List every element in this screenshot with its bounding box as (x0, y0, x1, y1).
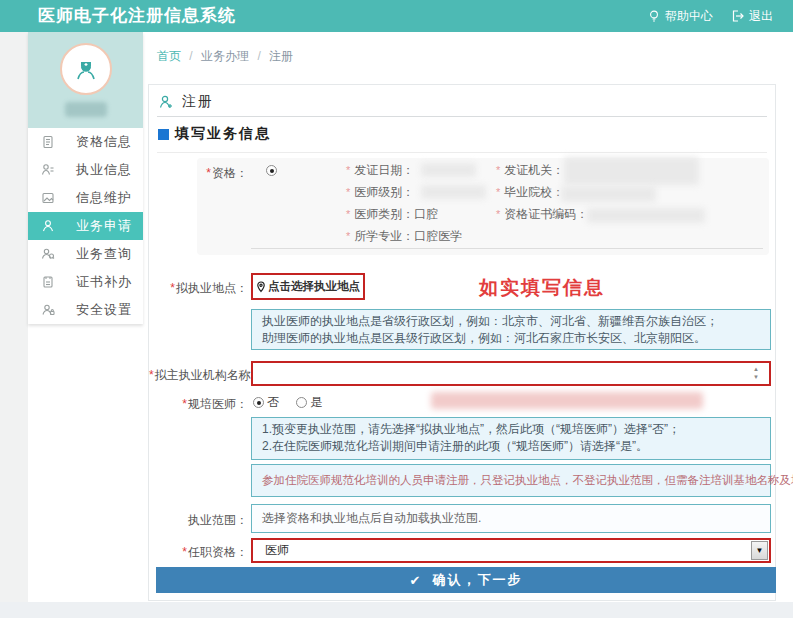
person-plus-icon (158, 94, 174, 110)
select-practice-location-label: 点击选择执业地点 (268, 279, 360, 294)
confirm-next-label: 确认，下一步 (432, 571, 522, 589)
sidebar-item-security-settings[interactable]: 安全设置 (28, 296, 143, 324)
breadcrumb-separator: / (189, 49, 192, 63)
note-line: 助理医师的执业地点是区县级行政区划，例如：河北石家庄市长安区、北京朝阳区。 (262, 330, 760, 347)
title-qualification-select[interactable]: 医师 ▼ (251, 538, 771, 563)
breadcrumb-separator: / (257, 49, 260, 63)
logout-button[interactable]: 退出 (725, 8, 779, 25)
app-title: 医师电子化注册信息系统 (38, 0, 236, 32)
page-title: 注册 (182, 93, 214, 111)
sidebar-item-label: 信息维护 (76, 189, 132, 207)
person-list-icon (41, 163, 55, 177)
radio-checked-icon (253, 397, 264, 408)
sidebar-item-label: 业务申请 (76, 217, 132, 235)
content-card: 注册 填写业务信息 *资格： *发证日期： *医师级别： *医师类别：口腔 *所… (148, 84, 776, 601)
sidebar-item-label: 安全设置 (76, 301, 132, 319)
trainee-radio-group: 否 是 (253, 394, 336, 411)
select-practice-location-button[interactable]: 点击选择执业地点 (251, 273, 365, 300)
redacted-value (421, 185, 486, 199)
divider (157, 152, 767, 153)
person-lock-icon (41, 303, 55, 317)
sidebar-item-practice-info[interactable]: 执业信息 (28, 156, 143, 184)
practice-location-label: *拟执业地点： (149, 280, 248, 297)
title-qualification-label: *任职资格： (149, 544, 248, 561)
spinner-arrows-icon: ▲▼ (753, 365, 759, 381)
image-icon (41, 191, 55, 205)
breadcrumb-home[interactable]: 首页 (157, 49, 181, 63)
breadcrumb-current: 注册 (269, 49, 293, 63)
sidebar-item-certificate-reissue[interactable]: 证书补办 (28, 268, 143, 296)
breadcrumb-business[interactable]: 业务办理 (201, 49, 249, 63)
org-name-label: *拟主执业机构名称： (149, 367, 248, 384)
dropdown-arrow-icon[interactable]: ▼ (751, 541, 768, 560)
sidebar-item-label: 证书补办 (76, 273, 132, 291)
title-qualification-value: 医师 (253, 542, 289, 559)
radio-icon (296, 397, 307, 408)
page-title-row: 注册 (158, 93, 214, 111)
user-panel (28, 32, 143, 128)
scope-field: 选择资格和执业地点后自动加载执业范围. (251, 504, 771, 533)
section-title: 填写业务信息 (175, 125, 271, 143)
lightbulb-icon (647, 9, 661, 23)
sidebar-item-info-maintenance[interactable]: 信息维护 (28, 184, 143, 212)
blue-square-icon (158, 129, 169, 140)
trainee-extra-note: 参加住院医师规范化培训的人员申请注册，只登记执业地点，不登记执业范围，但需备注培… (251, 464, 771, 497)
redacted-value (564, 157, 699, 185)
breadcrumb: 首页 / 业务办理 / 注册 (157, 48, 293, 65)
divider (157, 116, 767, 117)
sidebar-item-qualification-info[interactable]: 资格信息 (28, 128, 143, 156)
document-icon (41, 135, 55, 149)
annotation-text: 如实填写信息 (479, 275, 605, 301)
trainee-label: *规培医师： (149, 396, 248, 413)
divider (251, 248, 763, 249)
note-line: 参加住院医师规范化培训的人员申请注册，只登记执业地点，不登记执业范围，但需备注培… (262, 468, 760, 493)
map-pin-icon (256, 281, 266, 293)
trainee-option-yes[interactable]: 是 (296, 395, 322, 409)
section-heading: 填写业务信息 (158, 125, 271, 143)
page-left-margin (0, 32, 28, 618)
redacted-value (421, 163, 476, 177)
help-center-label: 帮助中心 (665, 8, 713, 25)
redacted-value (431, 392, 703, 409)
logout-icon (731, 9, 745, 23)
qualification-radio[interactable] (266, 165, 277, 176)
app-header: 医师电子化注册信息系统 帮助中心 退出 (0, 0, 793, 32)
practice-location-note: 执业医师的执业地点是省级行政区划，例如：北京市、河北省、新疆维吾尔族自治区； 助… (251, 309, 771, 350)
redacted-value (561, 186, 656, 202)
certificate-icon (41, 275, 55, 289)
sidebar: 资格信息 执业信息 信息维护 业务申请 业务查询 (28, 32, 143, 324)
check-icon: ✔ (410, 573, 423, 588)
trainee-note: 1.预变更执业范围，请先选择“拟执业地点”，然后此项（“规培医师”）选择“否”；… (251, 417, 771, 460)
confirm-next-button[interactable]: ✔ 确认，下一步 (156, 567, 776, 593)
sidebar-item-business-application[interactable]: 业务申请 (28, 212, 143, 240)
qualification-label: *资格： (149, 165, 248, 182)
avatar[interactable] (60, 43, 112, 95)
help-center-button[interactable]: 帮助中心 (641, 8, 719, 25)
note-line: 执业医师的执业地点是省级行政区划，例如：北京市、河北省、新疆维吾尔族自治区； (262, 313, 760, 330)
logout-label: 退出 (749, 8, 773, 25)
person-icon (41, 219, 55, 233)
org-name-select[interactable]: ▲▼ (251, 361, 771, 386)
page-bottom-margin (0, 602, 793, 618)
sidebar-item-business-query[interactable]: 业务查询 (28, 240, 143, 268)
trainee-option-no[interactable]: 否 (253, 395, 279, 409)
user-name-redacted (65, 102, 107, 117)
person-search-icon (41, 247, 55, 261)
redacted-value (587, 208, 705, 223)
note-line: 1.预变更执业范围，请先选择“拟执业地点”，然后此项（“规培医师”）选择“否”； (262, 421, 760, 438)
scope-placeholder: 选择资格和执业地点后自动加载执业范围. (262, 511, 481, 525)
note-line: 2.在住院医师规范化培训期间申请注册的此项（“规培医师”）请选择“是”。 (262, 438, 760, 455)
scope-label: 执业范围： (149, 512, 248, 529)
sidebar-item-label: 执业信息 (76, 161, 132, 179)
sidebar-item-label: 资格信息 (76, 133, 132, 151)
sidebar-item-label: 业务查询 (76, 245, 132, 263)
